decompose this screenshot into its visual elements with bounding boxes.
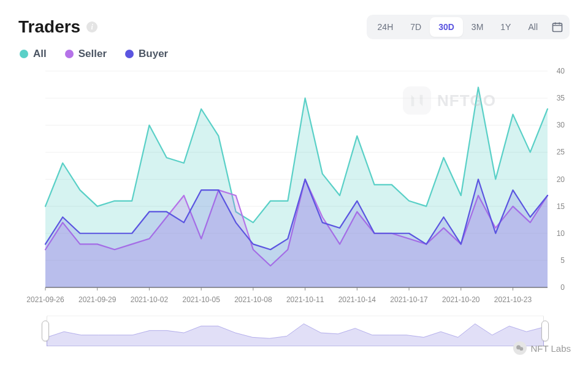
legend: AllSellerBuyer [18, 48, 570, 60]
legend-label-all: All [33, 48, 47, 60]
footer-badge: NFT Labs [513, 341, 571, 355]
legend-label-buyer: Buyer [139, 48, 168, 60]
svg-text:35: 35 [557, 94, 565, 102]
svg-text:30: 30 [557, 121, 565, 129]
svg-text:5: 5 [560, 256, 565, 265]
brush-handle-right[interactable] [541, 321, 549, 341]
svg-text:2021-10-05: 2021-10-05 [182, 295, 220, 304]
svg-text:2021-10-14: 2021-10-14 [338, 295, 376, 304]
svg-text:2021-10-02: 2021-10-02 [131, 295, 169, 304]
svg-text:40: 40 [557, 67, 565, 75]
svg-text:0: 0 [560, 283, 565, 292]
legend-item-buyer[interactable]: Buyer [125, 48, 168, 60]
header: Traders i 24H7D30D3M1YAll [18, 15, 570, 39]
wechat-icon [513, 341, 527, 355]
svg-text:10: 10 [557, 229, 565, 238]
legend-item-all[interactable]: All [20, 48, 47, 60]
range-brush[interactable] [45, 316, 545, 346]
range-1y[interactable]: 1Y [492, 17, 519, 37]
svg-rect-0 [553, 23, 562, 31]
svg-text:2021-10-17: 2021-10-17 [390, 295, 428, 304]
legend-label-seller: Seller [78, 48, 107, 60]
range-24h[interactable]: 24H [369, 17, 402, 37]
range-all[interactable]: All [519, 17, 546, 37]
svg-text:2021-10-20: 2021-10-20 [442, 295, 480, 304]
brush-handle-left[interactable] [42, 321, 49, 341]
svg-point-42 [520, 347, 524, 351]
chart-area: 05101520253035402021-09-262021-09-292021… [18, 65, 570, 307]
footer-badge-label: NFT Labs [530, 343, 571, 354]
legend-dot-seller [65, 50, 74, 58]
line-chart: 05101520253035402021-09-262021-09-292021… [18, 65, 570, 307]
svg-text:25: 25 [557, 148, 565, 156]
chart-card: Traders i 24H7D30D3M1YAll AllSellerBuyer… [0, 0, 588, 372]
range-30d[interactable]: 30D [430, 17, 463, 37]
page-title: Traders [18, 17, 80, 37]
svg-text:2021-10-08: 2021-10-08 [234, 295, 272, 304]
svg-text:2021-09-29: 2021-09-29 [78, 295, 116, 304]
svg-text:2021-10-23: 2021-10-23 [494, 295, 532, 304]
time-range-selector: 24H7D30D3M1YAll [367, 15, 570, 39]
range-3m[interactable]: 3M [463, 17, 492, 37]
svg-text:15: 15 [557, 202, 565, 211]
svg-text:2021-09-26: 2021-09-26 [26, 295, 64, 304]
brush-mini-chart [45, 316, 545, 346]
info-icon[interactable]: i [86, 21, 97, 32]
legend-item-seller[interactable]: Seller [65, 48, 107, 60]
legend-dot-all [20, 50, 28, 58]
svg-text:20: 20 [557, 175, 565, 184]
title-wrap: Traders i [18, 17, 97, 37]
range-7d[interactable]: 7D [402, 17, 430, 37]
legend-dot-buyer [125, 50, 134, 58]
svg-text:2021-10-11: 2021-10-11 [286, 295, 324, 304]
calendar-icon[interactable] [551, 21, 563, 33]
